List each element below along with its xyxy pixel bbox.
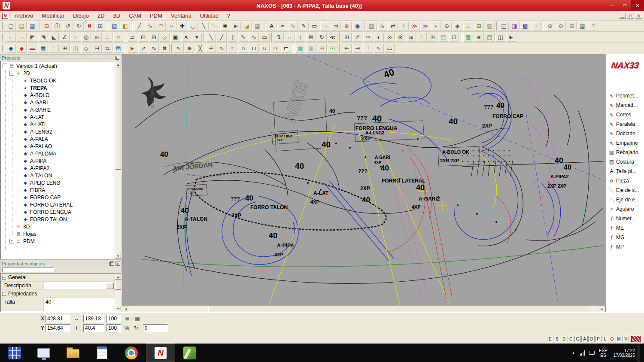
tool-button[interactable]: ∿ — [249, 33, 259, 42]
grid-icon[interactable]: ▦ — [134, 316, 141, 322]
tool-button[interactable]: ◡ — [188, 21, 198, 30]
browse-button[interactable]: ... — [106, 283, 114, 289]
tool-button[interactable]: ✂ — [363, 33, 373, 42]
side-tool-talla-pi[interactable]: ATalla pi... — [606, 167, 644, 176]
tool-button[interactable]: ∿ — [145, 21, 155, 30]
indicator-e[interactable]: E — [547, 336, 553, 342]
network-icon[interactable] — [580, 350, 585, 356]
tool-button[interactable]: ∥ — [228, 33, 237, 42]
cad-canvas[interactable]: JORDAN NIKE AIR JORDAN 4040???40FORRO LE… — [122, 54, 606, 305]
menu-utilidad[interactable]: Utilidad — [196, 12, 223, 20]
side-tool-mg[interactable]: ƒMG — [606, 233, 644, 242]
tool-button[interactable]: ◠ — [156, 21, 166, 30]
tool-button[interactable]: ≡ — [113, 33, 123, 42]
tool-button[interactable]: ○ — [70, 33, 80, 42]
tool-button[interactable]: ◇ — [160, 33, 170, 42]
tool-button[interactable]: ≋ — [406, 33, 416, 42]
tree-item-a-bolo[interactable]: ◆A-BOLO — [1, 91, 115, 99]
tool-button[interactable]: ⊥ — [463, 21, 473, 30]
tree-item-a-paloma[interactable]: ◆A-PALOMA — [1, 150, 115, 157]
tool-button[interactable]: ⇉ — [331, 21, 341, 30]
proper​ties-filter-box[interactable] — [2, 268, 54, 272]
side-tool-marcad[interactable]: ∿Marcad... — [606, 100, 644, 110]
tool-button[interactable]: ◨ — [510, 21, 519, 30]
indicator-q[interactable]: Q — [609, 336, 615, 342]
tool-button[interactable]: ▣ — [170, 33, 180, 42]
tool-button[interactable]: ╱ — [134, 21, 144, 30]
tree-item-a-pipa2[interactable]: ◆A-PIPA2 — [1, 164, 115, 172]
scroll-up-icon[interactable]: ▲ — [115, 274, 121, 280]
mdi-minimize-button[interactable]: ▁ — [619, 12, 626, 19]
taskbar-start[interactable] — [0, 344, 29, 362]
tool-button[interactable]: ◎ — [81, 33, 91, 42]
clock[interactable]: 17:22 17/02/2025 — [614, 348, 635, 358]
tool-button[interactable]: # — [352, 33, 362, 42]
tool-button[interactable]: ≫ — [420, 21, 430, 30]
tree-item-a-pala[interactable]: ◆A-PALA — [1, 135, 115, 143]
tool-button[interactable]: ∪ — [260, 44, 270, 53]
tool-button[interactable]: ⊞ — [149, 33, 159, 42]
tool-button[interactable]: ■ — [474, 33, 484, 42]
tool-button[interactable]: ⊡ — [42, 21, 52, 30]
tree-item-forro-talon[interactable]: ◆FORRO TALON — [1, 216, 115, 223]
scroll-up-icon[interactable]: ▲ — [115, 61, 121, 67]
tree-scrollbar[interactable]: ▲ ▼ — [115, 61, 121, 259]
tool-button[interactable]: ▨ — [367, 21, 377, 30]
tree-item-a-talon[interactable]: ◆A-TALON — [1, 172, 115, 179]
tool-button[interactable]: ▦ — [577, 21, 587, 30]
tool-button[interactable]: ↺ — [63, 21, 73, 30]
tray-expand-icon[interactable]: ▲ — [571, 351, 575, 355]
tool-button[interactable]: ⊠ — [306, 33, 316, 42]
tree-item-aplic-leng[interactable]: ◆APLIC LENG — [1, 179, 115, 186]
side-tool-eje-de-e[interactable]: ⋱Eje de e... — [606, 195, 644, 204]
rotate-icon[interactable]: ↻ — [133, 325, 140, 331]
tool-button[interactable]: ⊞ — [342, 33, 352, 42]
tool-button[interactable]: ○ — [167, 21, 176, 30]
tool-button[interactable]: ⊕ — [92, 33, 102, 42]
status-flag-icon[interactable] — [631, 336, 641, 342]
tool-button[interactable]: ▦ — [252, 21, 262, 30]
tool-button[interactable]: ⊥ — [363, 44, 373, 53]
tool-button[interactable]: ▧ — [109, 21, 119, 30]
side-tool-rebajado[interactable]: ▨Rebajado — [606, 148, 644, 157]
tool-button[interactable]: ⊏ — [281, 44, 291, 53]
collapse-icon[interactable] — [2, 292, 6, 296]
tool-button[interactable]: ↔ — [285, 33, 295, 42]
tree-item-3d[interactable]: ✎3D — [1, 223, 115, 230]
taskbar-notepad[interactable] — [88, 344, 117, 362]
tool-button[interactable]: ⊞ — [317, 44, 327, 53]
side-tool-eje-de-s[interactable]: ⋱Eje de s... — [606, 186, 644, 195]
tool-button[interactable]: ∿ — [217, 44, 227, 53]
tool-button[interactable]: A — [267, 21, 276, 30]
tool-button[interactable]: ⊟ — [92, 44, 102, 53]
tool-button[interactable]: ◗ — [431, 21, 441, 30]
maximize-button[interactable]: □ — [618, 0, 631, 11]
tool-button[interactable]: ◆ — [6, 44, 16, 53]
tool-button[interactable]: ✛ — [206, 44, 216, 53]
tree-item-fibra[interactable]: ◆FIBRA — [1, 186, 115, 194]
tool-button[interactable]: ► — [231, 21, 241, 30]
width-field[interactable]: 139.13 — [83, 315, 104, 322]
tool-button[interactable]: ▭ — [385, 44, 395, 53]
tool-button[interactable]: ≪ — [328, 33, 337, 42]
tool-button[interactable]: ↕ — [295, 33, 305, 42]
scroll-left-icon[interactable]: ◄ — [122, 306, 129, 312]
tool-button[interactable]: ∩ — [238, 44, 248, 53]
expand-icon[interactable]: + — [9, 239, 14, 243]
tool-button[interactable]: ◉ — [352, 21, 362, 30]
tool-button[interactable]: ◐ — [374, 33, 384, 42]
indicator-d[interactable]: D — [561, 336, 567, 342]
tool-button[interactable]: ⊖ — [556, 21, 566, 30]
tool-button[interactable]: ≫ — [410, 21, 419, 30]
tool-button[interactable]: ✎ — [238, 33, 248, 42]
tree-item-trepa[interactable]: ●TREPA — [1, 84, 115, 91]
tool-button[interactable]: ▭ — [260, 33, 270, 42]
tool-button[interactable]: ▥ — [485, 21, 495, 30]
tool-button[interactable]: ⊡ — [449, 33, 459, 42]
cad-drawing[interactable]: JORDAN NIKE AIR JORDAN 4040???40FORRO LE… — [122, 54, 606, 305]
tool-button[interactable]: ⇄ — [388, 21, 398, 30]
tool-button[interactable]: ↻ — [74, 21, 84, 30]
tool-button[interactable]: ◢ — [242, 21, 252, 30]
tool-button[interactable]: ▦ — [463, 33, 473, 42]
list-icon[interactable]: ≣ — [124, 316, 131, 322]
